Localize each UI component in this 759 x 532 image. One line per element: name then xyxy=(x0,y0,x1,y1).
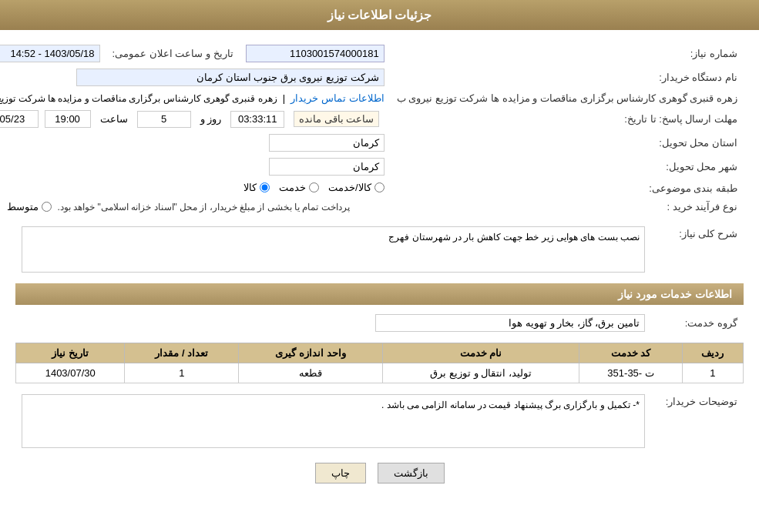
description-table: توضیحات خریدار: *- تکمیل و بارگزاری برگ … xyxy=(15,391,744,451)
sharh-value: نصب بست های هوایی زیر خط جهت کاهش بار در… xyxy=(15,223,651,276)
group-input: تامین برق، گاز، بخار و تهویه هوا xyxy=(375,314,645,332)
category-options: کالا/خدمت خدمت کالا xyxy=(0,179,391,198)
sharh-text: نصب بست های هوایی زیر خط جهت کاهش بار در… xyxy=(388,232,640,243)
services-data-table: ردیف کد خدمت نام خدمت واحد اندازه گیری ت… xyxy=(15,343,744,383)
mohlat-label: مهلت ارسال پاسخ: تا تاریخ: xyxy=(391,107,744,131)
row-shahr: شهر محل تحویل: کرمان xyxy=(0,155,744,179)
row-ostan: استان محل تحویل: کرمان xyxy=(0,131,744,155)
cell-count: 1 xyxy=(125,363,239,383)
col-name: نام خدمت xyxy=(382,343,579,363)
time-label: ساعت xyxy=(100,113,128,125)
ostan-label: استان محل تحویل: xyxy=(391,131,744,155)
cell-radif: 1 xyxy=(682,363,743,383)
sharh-table: شرح کلی نیاز: نصب بست های هوایی زیر خط ج… xyxy=(15,223,744,276)
row-sharh: شرح کلی نیاز: نصب بست های هوایی زیر خط ج… xyxy=(15,223,744,276)
label-kala-khidmat: کالا/خدمت xyxy=(328,182,371,193)
name-khardar-value: شرکت توزیع نیروی برق جنوب استان کرمان xyxy=(0,65,391,89)
radio-kala[interactable] xyxy=(260,182,270,192)
ijah-value: اطلاعات تماس خریدار | زهره قنبری گوهری ک… xyxy=(0,89,391,107)
countdown-box: ساعت باقی مانده xyxy=(294,111,379,127)
row-mohlat: مهلت ارسال پاسخ: تا تاریخ: ساعت باقی مان… xyxy=(0,107,744,131)
shahr-label: شهر محل تحویل: xyxy=(391,155,744,179)
mohlat-value: ساعت باقی مانده 03:33:11 روز و 5 ساعت 19… xyxy=(0,107,391,131)
label-khidmat: خدمت xyxy=(279,182,306,193)
services-table-head: ردیف کد خدمت نام خدمت واحد اندازه گیری ت… xyxy=(16,343,744,363)
description-label: توضیحات خریدار: xyxy=(651,391,744,451)
category-label: طبقه بندی موضوعی: xyxy=(391,179,744,198)
ettelaat-link[interactable]: اطلاعات تماس خریدار xyxy=(291,92,384,104)
ostan-value: کرمان xyxy=(0,131,391,155)
description-box: *- تکمیل و بارگزاری برگ پیشنهاد قیمت در … xyxy=(22,394,645,448)
col-count: تعداد / مقدار xyxy=(125,343,239,363)
sharh-box: نصب بست های هوایی زیر خط جهت کاهش بار در… xyxy=(22,226,645,273)
label-kala: کالا xyxy=(243,182,257,193)
ijah-label: زهره قنبری گوهری کارشناس برگزاری مناقصات… xyxy=(391,89,744,107)
page-title: جزئیات اطلاعات نیاز xyxy=(327,8,432,22)
name-khardar-input: شرکت توزیع نیروی برق جنوب استان کرمان xyxy=(76,69,385,86)
category-kala-khidmat: کالا/خدمت xyxy=(328,182,385,193)
category-radio-group: کالا/خدمت خدمت کالا xyxy=(243,182,385,193)
col-radif: ردیف xyxy=(682,343,743,363)
time-value: 19:00 xyxy=(45,110,91,128)
cell-code: ت -35-351 xyxy=(579,363,682,383)
services-header-label: اطلاعات خدمات مورد نیاز xyxy=(618,288,732,300)
process-motavasset: متوسط xyxy=(7,201,52,212)
process-label: نوع فرآیند خرید : xyxy=(391,198,744,216)
process-extra-text: پرداخت تمام یا بخشی از مبلغ خریدار، از م… xyxy=(58,202,350,212)
shahr-value: کرمان xyxy=(0,155,391,179)
description-text: *- تکمیل و بارگزاری برگ پیشنهاد قیمت در … xyxy=(381,400,640,410)
category-khidmat: خدمت xyxy=(279,182,319,193)
row-description: توضیحات خریدار: *- تکمیل و بارگزاری برگ … xyxy=(15,391,744,451)
page-header: جزئیات اطلاعات نیاز xyxy=(0,0,759,30)
main-content: شماره نیاز: 1103001574000181 تاریخ و ساع… xyxy=(0,30,759,510)
row-process: نوع فرآیند خرید : پرداخت تمام یا بخشی از… xyxy=(0,198,744,216)
shahr-input: کرمان xyxy=(269,158,385,176)
description-value: *- تکمیل و بارگزاری برگ پیشنهاد قیمت در … xyxy=(15,391,651,451)
radio-kala-khidmat[interactable] xyxy=(374,182,385,192)
group-value: تامین برق، گاز، بخار و تهویه هوا xyxy=(15,311,651,335)
cell-unit: قطعه xyxy=(239,363,382,383)
label-motavasset: متوسط xyxy=(7,201,39,212)
row-group: گروه خدمت: تامین برق، گاز، بخار و تهویه … xyxy=(15,311,744,335)
row-category: طبقه بندی موضوعی: کالا/خدمت خدمت xyxy=(0,179,744,198)
group-table: گروه خدمت: تامین برق، گاز، بخار و تهویه … xyxy=(15,311,744,335)
category-kala: کالا xyxy=(243,182,270,193)
name-khardar-label: نام دستگاه خریدار: xyxy=(391,65,744,89)
row-shomara: شماره نیاز: 1103001574000181 تاریخ و ساع… xyxy=(0,42,744,65)
page-wrapper: جزئیات اطلاعات نیاز شماره نیاز: 11030015… xyxy=(0,0,759,532)
info-table: شماره نیاز: 1103001574000181 تاریخ و ساع… xyxy=(0,42,744,216)
group-label: گروه خدمت: xyxy=(651,311,744,335)
button-row: بازگشت چاپ xyxy=(15,463,744,499)
date-value: 1403/05/23 xyxy=(0,110,39,128)
services-header-row: ردیف کد خدمت نام خدمت واحد اندازه گیری ت… xyxy=(16,343,744,363)
tarikh-label: تاریخ و ساعت اعلان عمومی: xyxy=(106,42,240,65)
radio-khidmat[interactable] xyxy=(309,182,319,192)
back-button[interactable]: بازگشت xyxy=(378,463,445,483)
row-name-khardar: نام دستگاه خریدار: شرکت توزیع نیروی برق … xyxy=(0,65,744,89)
day-value: 5 xyxy=(137,111,191,128)
sharh-label: شرح کلی نیاز: xyxy=(651,223,744,276)
process-options: پرداخت تمام یا بخشی از مبلغ خریدار، از م… xyxy=(0,198,391,216)
table-row: 1 ت -35-351 تولید، انتقال و توزیع برق قط… xyxy=(16,363,744,383)
row-ijah: زهره قنبری گوهری کارشناس برگزاری مناقصات… xyxy=(0,89,744,107)
shomara-input: 1103001574000181 xyxy=(246,45,385,62)
process-radio-group: متوسط جزیی xyxy=(0,201,52,212)
services-header: اطلاعات خدمات مورد نیاز xyxy=(15,283,744,305)
ostan-input: کرمان xyxy=(269,134,385,152)
tarikh-input: 1403/05/18 - 14:52 xyxy=(0,45,100,62)
radio-motavasset[interactable] xyxy=(42,202,52,212)
print-button[interactable]: چاپ xyxy=(315,463,366,483)
ijah-text: زهره قنبری گوهری کارشناس برگزاری مناقصات… xyxy=(0,93,277,104)
col-unit: واحد اندازه گیری xyxy=(239,343,382,363)
cell-date: 1403/07/30 xyxy=(16,363,125,383)
col-code: کد خدمت xyxy=(579,343,682,363)
shomara-label: شماره نیاز: xyxy=(391,42,744,65)
shomara-value: 1103001574000181 xyxy=(240,42,391,65)
tarikh-value: 1403/05/18 - 14:52 xyxy=(0,42,106,65)
cell-name: تولید، انتقال و توزیع برق xyxy=(382,363,579,383)
countdown-value: 03:33:11 xyxy=(230,111,284,128)
services-table-body: 1 ت -35-351 تولید، انتقال و توزیع برق قط… xyxy=(16,363,744,383)
col-date: تاریخ نیاز xyxy=(16,343,125,363)
day-label: روز و xyxy=(200,113,222,125)
